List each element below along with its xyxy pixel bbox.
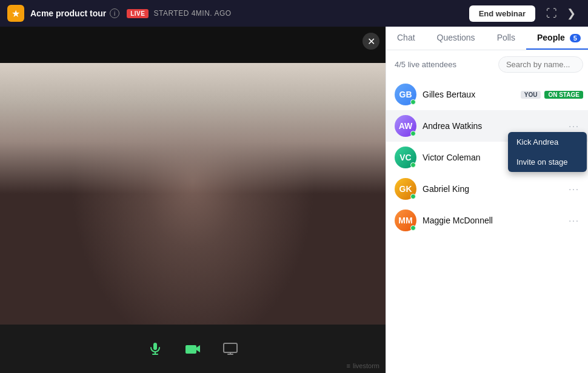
mic-button[interactable] <box>143 337 167 361</box>
video-area: ✕ <box>0 27 386 373</box>
list-item[interactable]: GK Gabriel King ··· <box>386 173 588 205</box>
more-options-button[interactable]: ··· <box>565 214 583 227</box>
online-indicator <box>410 99 416 105</box>
attendees-count: 4/5 live attendees <box>395 60 456 69</box>
attendees-header: 4/5 live attendees <box>386 50 588 79</box>
screen-share-icon <box>223 343 238 355</box>
invite-on-stage-menu-item[interactable]: Invite on stage <box>508 152 587 172</box>
expand-button[interactable]: ⛶ <box>541 5 562 21</box>
watermark-text: livestorm <box>353 362 379 369</box>
attendee-name: Maggie McDonnell <box>423 216 565 225</box>
list-item[interactable]: GB Gilles Bertaux YOU ON STAGE <box>386 79 588 110</box>
attendee-list: GB Gilles Bertaux YOU ON STAGE AW Andrea… <box>386 79 588 373</box>
list-item[interactable]: MM Maggie McDonnell ··· <box>386 205 588 236</box>
tab-chat[interactable]: Chat <box>386 27 426 50</box>
list-item[interactable]: AW Andrea Watkins ··· Kick Andrea Invite… <box>386 110 588 142</box>
avatar-wrap: AW <box>395 115 416 137</box>
online-indicator <box>410 131 416 136</box>
online-indicator <box>410 194 416 199</box>
attendee-name: Andrea Watkins <box>423 121 565 131</box>
tabs: Chat Questions Polls People 5 <box>386 27 588 50</box>
screen-share-button[interactable] <box>218 338 242 360</box>
next-button[interactable]: ❯ <box>562 5 581 21</box>
watermark: ≡ livestorm <box>347 362 379 373</box>
svg-rect-4 <box>224 343 237 352</box>
attendee-name: Gabriel King <box>423 184 565 194</box>
search-input[interactable] <box>498 56 583 73</box>
header: ★ Acme product tour i LIVE STARTED 4MIN.… <box>0 0 588 27</box>
avatar-wrap: VC <box>395 147 416 168</box>
svg-rect-0 <box>153 343 157 350</box>
tab-polls[interactable]: Polls <box>486 27 526 50</box>
online-indicator <box>410 225 416 231</box>
svg-rect-3 <box>185 345 196 354</box>
close-video-button[interactable]: ✕ <box>362 33 379 50</box>
camera-button[interactable] <box>179 337 206 361</box>
watermark-icon: ≡ <box>347 362 350 369</box>
kick-menu-item[interactable]: Kick Andrea <box>508 132 587 152</box>
info-icon[interactable]: i <box>110 8 119 18</box>
tab-questions[interactable]: Questions <box>426 27 486 50</box>
mic-icon <box>148 342 162 356</box>
main-content: ✕ <box>0 27 588 373</box>
webcam-feed <box>0 63 386 325</box>
more-options-button[interactable]: ··· <box>565 119 583 133</box>
right-panel: Chat Questions Polls People 5 4/5 live a… <box>386 27 588 373</box>
you-badge: YOU <box>521 91 541 99</box>
video-controls-bar: ≡ livestorm <box>0 325 386 373</box>
attendee-name: Gilles Bertaux <box>423 90 517 99</box>
webinar-title: Acme product tour <box>30 8 106 18</box>
people-count-badge: 5 <box>570 34 581 42</box>
camera-icon <box>184 342 201 356</box>
avatar-wrap: GB <box>395 84 416 105</box>
video-top-bar <box>0 27 386 63</box>
onstage-badge: ON STAGE <box>544 91 583 99</box>
more-options-button[interactable]: ··· <box>565 182 583 196</box>
tab-people[interactable]: People 5 <box>526 27 588 50</box>
avatar-wrap: MM <box>395 210 416 231</box>
live-badge: LIVE <box>127 9 149 18</box>
video-main <box>0 63 386 325</box>
started-text: STARTED 4MIN. AGO <box>153 9 231 18</box>
online-indicator <box>410 162 416 168</box>
avatar-wrap: GK <box>395 178 416 200</box>
end-webinar-button[interactable]: End webinar <box>469 5 535 22</box>
logo-icon: ★ <box>7 5 24 22</box>
context-menu: Kick Andrea Invite on stage <box>508 132 587 172</box>
